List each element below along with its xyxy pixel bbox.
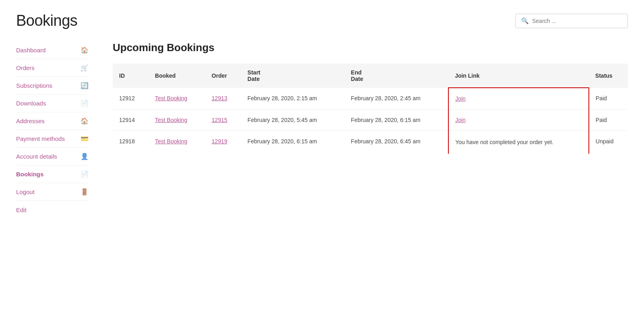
cell-booked: Test Booking [149, 110, 205, 131]
search-box[interactable]: 🔍 [515, 14, 628, 28]
unpaid-message: You have not completed your order yet. [455, 139, 553, 145]
main-content: Upcoming Bookings ID Booked Order StartD… [113, 41, 628, 213]
cell-end-date: February 28, 2020, 2:45 am [345, 88, 448, 110]
table-row: 12912 Test Booking 12913 February 28, 20… [113, 88, 628, 110]
cell-id: 12918 [113, 131, 149, 154]
table-header-row: ID Booked Order StartDate EndDate Join L… [113, 64, 628, 88]
table-row: 12918 Test Booking 12919 February 28, 20… [113, 131, 628, 154]
sidebar-item-bookings[interactable]: Bookings 📄 [16, 165, 89, 183]
cell-id: 12912 [113, 88, 149, 110]
downloads-icon: 📄 [80, 99, 89, 107]
cell-order: 12915 [205, 110, 241, 131]
order-link[interactable]: 12915 [212, 117, 227, 123]
cell-status: Unpaid [589, 131, 628, 154]
sidebar-item-addresses[interactable]: Addresses 🏠 [16, 112, 89, 130]
cell-id: 12914 [113, 110, 149, 131]
sidebar-item-subscriptions[interactable]: Subscriptions 🔄 [16, 77, 89, 95]
col-join-link: Join Link [448, 64, 589, 88]
cell-status: Paid [589, 110, 628, 131]
subscriptions-icon: 🔄 [80, 82, 89, 89]
booked-link[interactable]: Test Booking [155, 117, 187, 123]
col-order: Order [205, 64, 241, 88]
bookings-table: ID Booked Order StartDate EndDate Join L… [113, 64, 628, 154]
sidebar-item-logout[interactable]: Logout 🚪 [16, 183, 89, 201]
addresses-icon: 🏠 [80, 117, 89, 125]
sidebar-item-payment-methods[interactable]: Payment methods 💳 [16, 130, 89, 148]
page-heading: Upcoming Bookings [113, 41, 628, 54]
cell-join-link: Join [448, 110, 589, 131]
account-icon: 👤 [80, 153, 89, 160]
cell-order: 12919 [205, 131, 241, 154]
order-link[interactable]: 12919 [212, 138, 227, 145]
cell-status: Paid [589, 88, 628, 110]
orders-icon: 🛒 [80, 64, 89, 72]
content-area: Dashboard 🏠 Orders 🛒 Subscriptions 🔄 Dow… [16, 41, 628, 213]
cell-join-link: You have not completed your order yet. [448, 131, 589, 154]
col-start-date: StartDate [241, 64, 345, 88]
order-link[interactable]: 12913 [212, 95, 227, 101]
payment-icon: 💳 [80, 135, 89, 143]
join-link[interactable]: Join [455, 117, 466, 123]
booked-link[interactable]: Test Booking [155, 95, 187, 101]
cell-join-link: Join [448, 88, 589, 110]
sidebar-item-downloads[interactable]: Downloads 📄 [16, 95, 89, 112]
cell-start-date: February 28, 2020, 2:15 am [241, 88, 345, 110]
col-booked: Booked [149, 64, 205, 88]
search-input[interactable] [532, 18, 622, 24]
sidebar-item-orders[interactable]: Orders 🛒 [16, 59, 89, 77]
sidebar-item-account-details[interactable]: Account details 👤 [16, 148, 89, 165]
logout-icon: 🚪 [80, 188, 89, 196]
cell-start-date: February 28, 2020, 5:45 am [241, 110, 345, 131]
search-icon: 🔍 [521, 17, 529, 25]
table-row: 12914 Test Booking 12915 February 28, 20… [113, 110, 628, 131]
col-end-date: EndDate [345, 64, 448, 88]
cell-order: 12913 [205, 88, 241, 110]
site-title: Bookings [16, 12, 77, 29]
cell-end-date: February 28, 2020, 6:45 am [345, 131, 448, 154]
page-wrapper: Bookings 🔍 Dashboard 🏠 Orders 🛒 Subscrip… [0, 0, 644, 312]
sidebar: Dashboard 🏠 Orders 🛒 Subscriptions 🔄 Dow… [16, 41, 89, 213]
sidebar-item-edit[interactable]: Edit [16, 201, 89, 213]
booked-link[interactable]: Test Booking [155, 138, 187, 145]
sidebar-item-dashboard[interactable]: Dashboard 🏠 [16, 41, 89, 59]
dashboard-icon: 🏠 [80, 46, 89, 54]
header: Bookings 🔍 [16, 12, 628, 29]
join-link[interactable]: Join [455, 95, 466, 102]
col-id: ID [113, 64, 149, 88]
col-status: Status [589, 64, 628, 88]
cell-end-date: February 28, 2020, 6:15 am [345, 110, 448, 131]
cell-booked: Test Booking [149, 131, 205, 154]
cell-start-date: February 28, 2020, 6:15 am [241, 131, 345, 154]
bookings-icon: 📄 [80, 170, 89, 178]
cell-booked: Test Booking [149, 88, 205, 110]
